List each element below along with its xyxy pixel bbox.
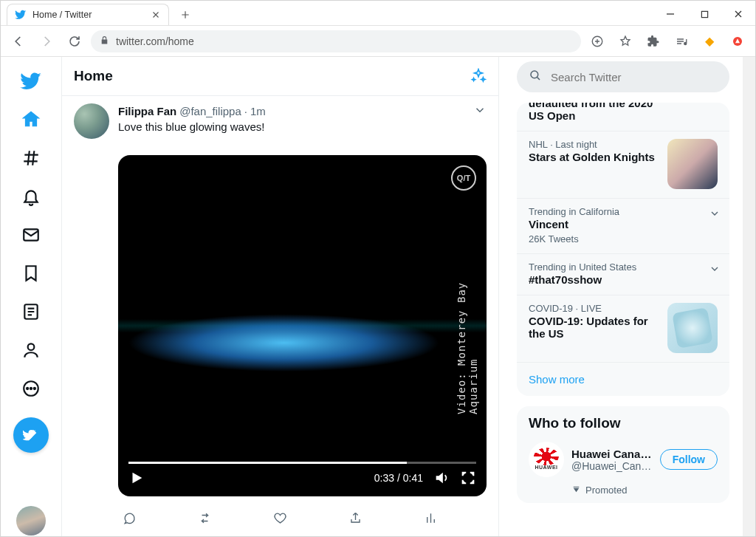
nav-explore[interactable] [13, 140, 49, 177]
url-text: twitter.com/home [116, 35, 194, 47]
follow-handle: @Huawei_Can… [571, 460, 653, 472]
video-frame [118, 155, 487, 496]
promoted-label: Promoted [517, 485, 729, 503]
window-close-button[interactable] [721, 3, 755, 25]
nav-lists[interactable] [13, 293, 49, 330]
tweet-separator: · [244, 105, 247, 117]
lock-icon [100, 35, 110, 47]
who-to-follow-card: Who to follow HUAWEI Huawei Canada @Huaw… [517, 406, 729, 503]
svg-point-8 [27, 388, 28, 389]
video-credit: Video: Monterey Bay Aquarium [456, 250, 479, 414]
trend-item-partial[interactable]: defaulted from the 2020US Open [517, 103, 729, 131]
page-title: Home [74, 68, 113, 84]
tweet-actions [62, 499, 498, 536]
trend-item[interactable]: COVID-19 · LIVE COVID-19: Updates for th… [517, 295, 729, 363]
top-tweets-icon[interactable] [470, 68, 487, 84]
twitter-logo[interactable] [13, 63, 49, 100]
nav-bookmarks[interactable] [13, 255, 49, 292]
window-minimize-button[interactable] [653, 3, 687, 25]
chevron-down-icon[interactable] [709, 263, 721, 278]
tweet-more-icon[interactable] [473, 103, 487, 119]
like-button[interactable] [267, 505, 292, 530]
huawei-logo-icon [535, 449, 557, 464]
scrollbar[interactable] [743, 57, 755, 536]
nav-home[interactable] [13, 101, 49, 138]
play-icon[interactable] [128, 470, 145, 486]
trend-item[interactable]: Trending in United States #that70sshow [517, 254, 729, 295]
tab-title: Home / Twitter [32, 10, 145, 20]
trends-show-more[interactable]: Show more [517, 363, 729, 396]
tweet[interactable]: Filippa Fan @fan_filippa · 1m Love this … [62, 96, 498, 499]
video-controls: 0:33 / 0:41 [118, 456, 487, 496]
nav-profile[interactable] [13, 332, 49, 369]
nav-messages[interactable] [13, 216, 49, 253]
follow-suggestion[interactable]: HUAWEI Huawei Canada @Huawei_Can… Follow [517, 434, 729, 485]
timeline: Home Filippa Fan @fan_filippa · 1m [61, 57, 499, 536]
share-button[interactable] [343, 505, 368, 530]
tweet-video[interactable]: Q/T Video: Monterey Bay Aquarium 0:33 / … [118, 155, 487, 496]
sidebar-nav [1, 57, 61, 536]
svg-point-9 [30, 388, 32, 389]
bookmark-star-icon[interactable] [614, 30, 637, 53]
follow-button[interactable]: Follow [660, 449, 718, 470]
follow-avatar[interactable]: HUAWEI [529, 442, 564, 477]
window-maximize-button[interactable] [687, 3, 721, 25]
tweet-text: Love this blue glowing waves! [118, 120, 487, 133]
search-box[interactable] [517, 61, 729, 92]
back-button[interactable] [7, 30, 30, 53]
address-bar[interactable]: twitter.com/home [91, 30, 581, 52]
trends-card: defaulted from the 2020US Open NHL · Las… [517, 103, 729, 396]
add-to-circle-icon[interactable] [585, 30, 609, 53]
nav-notifications[interactable] [13, 178, 49, 215]
svg-point-6 [28, 343, 35, 350]
retweet-button[interactable] [192, 505, 217, 530]
browser-toolbar: twitter.com/home ◆ [1, 26, 755, 57]
follow-name: Huawei Canada [571, 448, 653, 460]
reload-button[interactable] [63, 30, 86, 53]
video-time-display: 0:33 / 0:41 [374, 472, 423, 484]
volume-icon[interactable] [433, 470, 450, 486]
search-icon [529, 69, 542, 85]
trend-thumbnail [667, 303, 718, 353]
browser-tabstrip: Home / Twitter [1, 1, 755, 26]
svg-point-11 [531, 71, 538, 78]
compose-tweet-button[interactable] [13, 417, 49, 453]
fullscreen-icon[interactable] [460, 470, 476, 486]
extensions-icon[interactable] [642, 30, 665, 53]
nav-more[interactable] [13, 370, 49, 407]
svg-point-10 [34, 388, 35, 389]
new-tab-button[interactable] [175, 4, 196, 25]
tweet-time[interactable]: 1m [250, 105, 266, 117]
trend-item[interactable]: NHL · Last night Stars at Golden Knights [517, 131, 729, 199]
tab-close-icon[interactable] [151, 10, 161, 20]
tweet-author-avatar[interactable] [74, 103, 109, 139]
trend-item[interactable]: Trending in California Vincent 26K Tweet… [517, 199, 729, 254]
right-sidebar: defaulted from the 2020US Open NHL · Las… [499, 57, 743, 536]
analytics-button[interactable] [419, 505, 444, 530]
video-progress-bar[interactable] [128, 462, 476, 464]
search-input[interactable] [551, 71, 718, 83]
account-avatar[interactable] [16, 506, 46, 536]
video-source-badge: Q/T [451, 165, 476, 191]
twitter-favicon [15, 9, 27, 21]
timeline-header: Home [62, 57, 498, 96]
who-to-follow-header: Who to follow [517, 406, 729, 434]
reply-button[interactable] [117, 505, 142, 530]
ext-music-icon[interactable] [670, 30, 693, 53]
forward-button[interactable] [35, 30, 58, 53]
ext-red-icon[interactable] [726, 30, 749, 53]
chevron-down-icon[interactable] [709, 208, 721, 222]
tweet-author-name[interactable]: Filippa Fan [118, 105, 176, 117]
browser-tab[interactable]: Home / Twitter [7, 4, 169, 25]
tweet-author-handle[interactable]: @fan_filippa [179, 105, 241, 117]
svg-rect-0 [701, 11, 707, 17]
ext-orange-icon[interactable]: ◆ [698, 30, 721, 53]
trend-thumbnail [667, 139, 718, 189]
